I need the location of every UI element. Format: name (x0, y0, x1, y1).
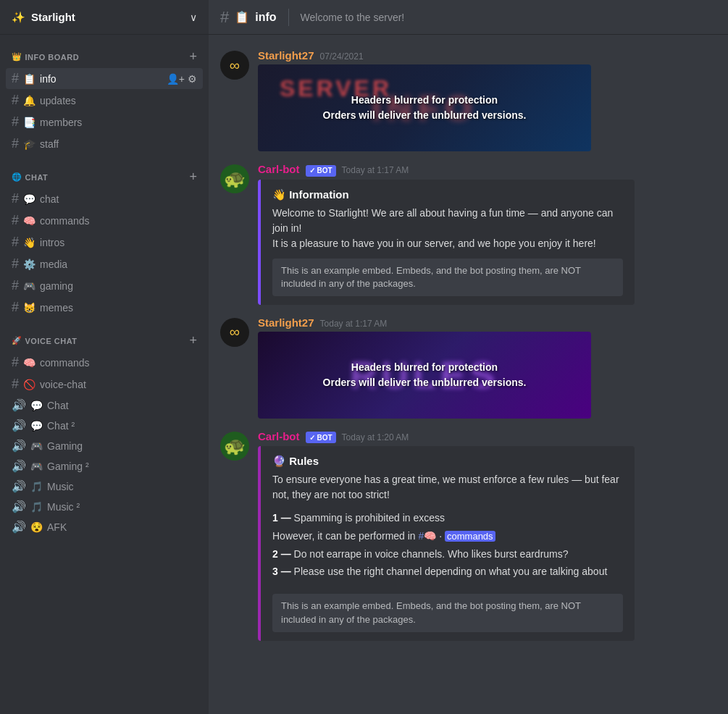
embed-description: Welcome to Starlight! We are all about h… (272, 206, 623, 251)
channel-chat[interactable]: # 💬 chat (6, 188, 203, 209)
server-name: ✨ Starlight (12, 11, 75, 24)
voice-chat-1[interactable]: 🔊 💬 Chat (6, 395, 203, 415)
category-info-board-label: 👑 INFO BOARD (12, 52, 79, 62)
category-chat: 🌐 CHAT + # 💬 chat # 🧠 commands # 👋 intro… (0, 167, 209, 319)
bot-label: BOT (317, 434, 332, 442)
rule-2: 2 — Do not earrape in voice channels. Wh… (272, 546, 623, 562)
channel-emoji: 🎮 (30, 461, 43, 472)
embed-rules-title: 🔮 Rules (272, 455, 623, 468)
blur-overlay-protection-text: Headers blurred for protectionOrders wil… (323, 93, 527, 123)
voice-channel-name: Music (47, 481, 74, 492)
hash-icon: # (12, 300, 19, 315)
embed-title: 👋 Information (272, 188, 623, 201)
message-group-3: ∞ Starlight27 Today at 1:17 AM RULES Hea… (209, 314, 728, 421)
channel-emoji: 🎓 (23, 138, 35, 150)
server-name-label: Starlight (31, 11, 75, 23)
voice-gaming-2[interactable]: 🔊 🎮 Gaming ² (6, 456, 203, 476)
channel-emoji: 📋 (23, 73, 35, 85)
voice-music-1[interactable]: 🔊 🎵 Music (6, 476, 203, 496)
hash-icon: # (12, 93, 19, 108)
category-chat-label: 🌐 CHAT (12, 172, 48, 182)
embed-rules-footer-text: This is an example embed. Embeds, and th… (281, 600, 581, 624)
channel-media[interactable]: # ⚙️ media (6, 253, 203, 274)
category-chat-header[interactable]: 🌐 CHAT + (6, 167, 203, 188)
channel-gaming[interactable]: # 🎮 gaming (6, 275, 203, 296)
voice-channel-name: Music ² (47, 501, 80, 513)
avatar: 🐢 (220, 164, 249, 193)
channel-emoji: ⚙️ (23, 259, 35, 270)
hash-icon: # (12, 355, 19, 370)
hash-icon: # (12, 191, 19, 206)
channel-emoji: 💬 (30, 420, 43, 432)
main-content: # 📋 info Welcome to the server! ∞ Starli… (209, 0, 728, 714)
message-timestamp: Today at 1:17 AM (320, 319, 388, 329)
voice-channel-name: Chat ² (47, 420, 75, 432)
embed-rules-title-text: Rules (289, 455, 319, 467)
channel-commands[interactable]: # 🧠 commands (6, 210, 203, 231)
channel-memes[interactable]: # 😸 memes (6, 297, 203, 318)
channel-emoji: 😵 (30, 521, 43, 533)
blur-background: RULES Headers blurred for protectionOrde… (258, 332, 591, 419)
voice-commands[interactable]: # 🧠 commands (6, 352, 203, 373)
blurred-image-info: SERVER INFO Headers blurred for protecti… (258, 64, 591, 151)
category-voice-chat-header[interactable]: 🚀 VOICE CHAT + (6, 330, 203, 351)
rule-1: 1 — Spamming is prohibited in excess (272, 510, 623, 526)
add-member-icon[interactable]: 👤+ (167, 73, 185, 85)
topbar: # 📋 info Welcome to the server! (209, 0, 728, 35)
channel-members[interactable]: # 📑 members (6, 112, 203, 133)
voice-gaming-1[interactable]: 🔊 🎮 Gaming (6, 436, 203, 455)
category-info-board-header[interactable]: 👑 INFO BOARD + (6, 46, 203, 67)
topbar-divider (288, 9, 289, 26)
rule-3: 3 — Please use the right channel dependi… (272, 563, 623, 579)
voice-chat-2[interactable]: 🔊 💬 Chat ² (6, 416, 203, 435)
embed-footer: This is an example embed. Embeds, and th… (272, 259, 623, 296)
channel-staff[interactable]: # 🎓 staff (6, 133, 203, 154)
channel-info[interactable]: # 📋 info 👤+ ⚙ (6, 68, 203, 89)
channel-emoji: 😸 (23, 302, 35, 314)
hash-icon: # (12, 114, 19, 130)
voice-chat-channel[interactable]: # 🚫 voice-chat (6, 374, 203, 395)
message-content: Carl-bot ✓ BOT Today at 1:20 AM 🔮 Rules … (258, 430, 716, 641)
channel-name: staff (40, 138, 197, 150)
category-voice-chat-label: 🚀 VOICE CHAT (12, 336, 78, 345)
server-header[interactable]: ✨ Starlight ∨ (0, 0, 209, 35)
channel-emoji: 🧠 (23, 215, 35, 227)
channel-name: gaming (40, 280, 197, 292)
settings-icon[interactable]: ⚙ (188, 73, 197, 85)
rocket-icon: 🚀 (12, 336, 22, 345)
channel-intros[interactable]: # 👋 intros (6, 232, 203, 253)
hash-icon: # (12, 136, 19, 151)
channel-name: commands (40, 357, 197, 369)
voice-afk[interactable]: 🔊 😵 AFK (6, 517, 203, 537)
add-channel-button[interactable]: + (189, 333, 197, 348)
voice-channel-name: Gaming ² (47, 461, 89, 472)
channel-name: updates (40, 95, 197, 106)
topbar-channel-emoji: 📋 (235, 10, 249, 24)
channel-name: memes (40, 302, 197, 314)
message-content: Starlight27 Today at 1:17 AM RULES Heade… (258, 316, 716, 419)
message-author: Carl-bot (258, 430, 300, 442)
message-header: Starlight27 Today at 1:17 AM (258, 316, 716, 329)
message-content: Starlight27 07/24/2021 SERVER INFO Heade… (258, 49, 716, 151)
check-icon: ✓ (309, 167, 315, 175)
message-timestamp: 07/24/2021 (320, 51, 364, 62)
message-header: Starlight27 07/24/2021 (258, 49, 716, 62)
bot-label: BOT (317, 167, 332, 175)
voice-channel-name: AFK (47, 521, 67, 533)
embed-title-emoji: 👋 (272, 188, 286, 201)
crown-icon: 👑 (12, 52, 22, 62)
rules-list: 1 — Spamming is prohibited in excess How… (272, 510, 623, 579)
voice-music-2[interactable]: 🔊 🎵 Music ² (6, 497, 203, 516)
blur-background: SERVER INFO Headers blurred for protecti… (258, 64, 591, 151)
channel-name: members (40, 117, 197, 128)
speaker-icon: 🔊 (12, 419, 26, 432)
speaker-icon: 🔊 (12, 479, 26, 493)
add-channel-button[interactable]: + (189, 49, 197, 64)
chevron-down-icon: ∨ (190, 12, 197, 23)
add-channel-button[interactable]: + (189, 169, 197, 185)
message-group-2: 🐢 Carl-bot ✓ BOT Today at 1:17 AM 👋 Info… (209, 160, 728, 308)
voice-channel-name: Gaming (47, 440, 83, 452)
message-timestamp: Today at 1:17 AM (342, 165, 409, 175)
channel-updates[interactable]: # 🔔 updates (6, 90, 203, 111)
channel-emoji: 🚫 (23, 379, 35, 390)
